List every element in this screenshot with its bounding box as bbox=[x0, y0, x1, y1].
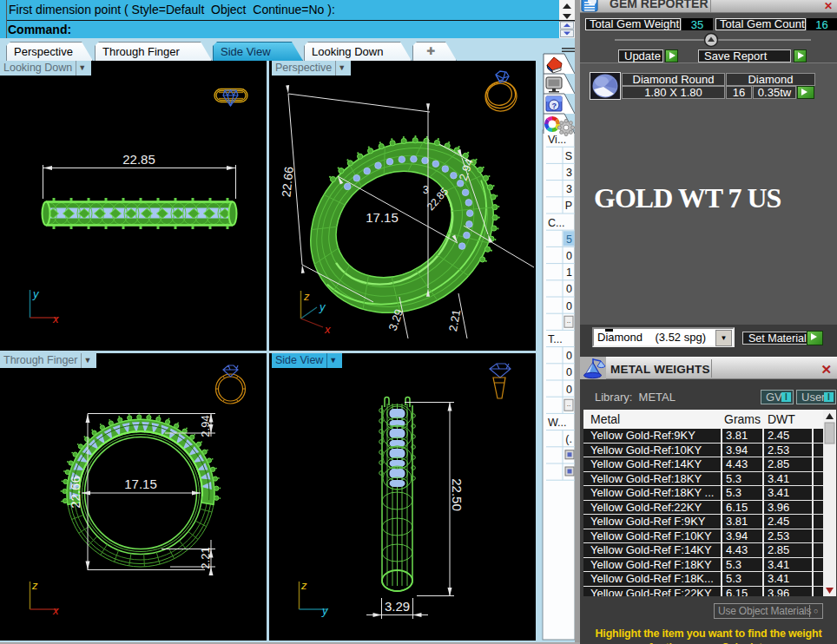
svg-text:0: 0 bbox=[566, 366, 572, 378]
svg-text:1: 1 bbox=[566, 266, 572, 279]
svg-text:2.94: 2.94 bbox=[199, 415, 212, 437]
svg-text:0: 0 bbox=[566, 283, 572, 295]
svg-text:0: 0 bbox=[566, 250, 572, 262]
svg-text:S: S bbox=[565, 150, 572, 162]
svg-text:x: x bbox=[52, 312, 59, 325]
svg-text:C...: C... bbox=[548, 217, 564, 229]
svg-text:✕: ✕ bbox=[824, 0, 833, 12]
svg-text:T...: T... bbox=[548, 333, 563, 345]
svg-text:z: z bbox=[31, 579, 38, 592]
svg-text:17.15: 17.15 bbox=[124, 476, 157, 491]
svg-text:x: x bbox=[52, 604, 59, 617]
svg-text:y: y bbox=[321, 604, 329, 617]
svg-text:z: z bbox=[303, 290, 310, 303]
svg-text:0: 0 bbox=[566, 350, 572, 362]
svg-text:22.50: 22.50 bbox=[450, 478, 465, 511]
svg-text:3: 3 bbox=[423, 184, 429, 196]
svg-text:3.29: 3.29 bbox=[385, 599, 410, 614]
svg-text:2.21: 2.21 bbox=[199, 547, 212, 568]
svg-text:22.85: 22.85 bbox=[122, 152, 155, 167]
svg-text:z: z bbox=[300, 579, 307, 592]
svg-text:..: .. bbox=[567, 400, 570, 408]
svg-text:y: y bbox=[319, 300, 326, 313]
svg-text:(.: (. bbox=[565, 433, 572, 445]
svg-text:GEM REPORTER: GEM REPORTER bbox=[610, 0, 708, 10]
svg-text:?: ? bbox=[552, 102, 557, 110]
svg-text:Vi...: Vi... bbox=[548, 134, 566, 146]
svg-text:..: .. bbox=[567, 317, 570, 325]
svg-text:y: y bbox=[32, 287, 40, 300]
svg-text:0: 0 bbox=[566, 300, 572, 312]
svg-text:P: P bbox=[565, 200, 572, 212]
svg-text:0: 0 bbox=[566, 384, 572, 396]
svg-text:5: 5 bbox=[566, 233, 572, 246]
svg-text:22.66: 22.66 bbox=[279, 166, 296, 198]
svg-text:17.15: 17.15 bbox=[366, 210, 399, 225]
svg-text:3: 3 bbox=[566, 183, 572, 195]
svg-text:2.21: 2.21 bbox=[446, 308, 463, 332]
svg-text:3: 3 bbox=[566, 167, 572, 179]
svg-text:x: x bbox=[324, 323, 331, 336]
svg-text:22.66: 22.66 bbox=[68, 476, 82, 509]
svg-text:W...: W... bbox=[548, 417, 567, 429]
